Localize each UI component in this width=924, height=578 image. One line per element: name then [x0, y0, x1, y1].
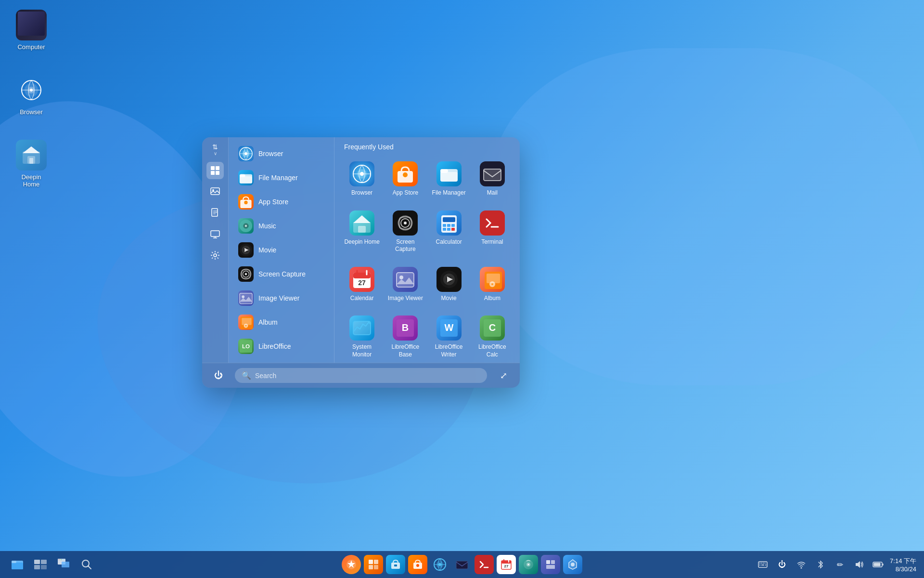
app-list-item-libreoffice[interactable]: LOLibreOffice	[231, 335, 331, 358]
taskbar-dock-app3[interactable]	[408, 555, 427, 574]
taskbar-browser-icon	[433, 558, 447, 571]
svg-text:27: 27	[504, 564, 509, 568]
app-list-item-appstore[interactable]: App Store	[231, 190, 331, 213]
screencapture-list-icon	[238, 266, 254, 282]
taskbar-search[interactable]	[77, 555, 96, 574]
freq-item-calendar[interactable]: 27Calendar	[342, 262, 382, 307]
app-list-item-music[interactable]: Music	[231, 214, 331, 237]
taskbar-dock-app5[interactable]	[563, 555, 582, 574]
taskbar-volume-icon[interactable]	[851, 557, 867, 572]
launcher-icon	[346, 559, 357, 570]
taskbar-mail[interactable]	[452, 555, 472, 574]
volume-svg	[854, 560, 864, 569]
app-list-item-draw[interactable]: Draw	[231, 359, 331, 363]
freq-item-imageviewer[interactable]: Image Viewer	[385, 262, 425, 307]
taskbar-launcher[interactable]	[342, 555, 361, 574]
sidebar-icon-all-apps[interactable]	[206, 162, 224, 179]
taskbar-bluetooth-icon[interactable]	[813, 557, 828, 572]
freq-item-sysmonitor[interactable]: System Monitor	[342, 311, 382, 363]
freq-item-lowriter[interactable]: WLibreOffice Writer	[429, 311, 469, 363]
taskbar-terminal[interactable]	[475, 555, 494, 574]
taskbar-window-icon	[57, 558, 70, 571]
power-button[interactable]: ⏻	[210, 367, 227, 384]
taskbar-network-icon[interactable]	[794, 557, 809, 572]
freq-item-calculator[interactable]: Calculator	[429, 206, 469, 258]
freq-item-screencapture[interactable]: Screen Capture	[385, 206, 425, 258]
taskbar-dock-app4[interactable]	[541, 555, 560, 574]
appstore-list-label: App Store	[258, 198, 288, 206]
dock-app3-icon	[412, 559, 424, 570]
taskbar-time-display[interactable]: 7:14 下午 8/30/24	[890, 557, 916, 573]
calendar-freq-label: Calendar	[350, 295, 374, 302]
svg-rect-166	[551, 560, 555, 564]
screencapture-list-label: Screen Capture	[258, 270, 306, 278]
album-list-icon	[238, 315, 254, 330]
svg-rect-128	[34, 560, 40, 564]
sidebar-icon-settings[interactable]	[206, 247, 224, 264]
app-list-item-screencapture[interactable]: Screen Capture	[231, 263, 331, 286]
search-bar[interactable]: 🔍 Search	[235, 368, 487, 383]
taskbar-battery-icon	[871, 557, 886, 572]
movie-freq-icon	[436, 267, 462, 292]
time-text: 7:14 下午	[890, 557, 916, 565]
taskbar-calendar[interactable]: 27	[497, 555, 516, 574]
taskbar-multitask[interactable]	[31, 555, 50, 574]
sort-button[interactable]: ⇅ ∨	[212, 143, 218, 156]
taskbar-calendar-icon: 27	[500, 559, 512, 570]
svg-rect-99	[484, 214, 501, 232]
svg-rect-106	[397, 273, 414, 287]
app-list-item-album[interactable]: Album	[231, 311, 331, 334]
desktop-icon-browser[interactable]: Browser	[10, 75, 53, 116]
freq-item-localc[interactable]: CLibreOffice Calc	[473, 311, 512, 363]
sidebar-icon-media[interactable]	[206, 183, 224, 200]
freq-item-mail[interactable]: Mail	[473, 157, 512, 202]
taskbar-window-manager[interactable]	[54, 555, 73, 574]
taskbar-keyboard-icon[interactable]	[755, 557, 770, 572]
svg-rect-142	[369, 560, 373, 564]
freq-item-lobase[interactable]: BLibreOffice Base	[385, 311, 425, 363]
app-list-item-browser[interactable]: Browser	[231, 142, 331, 165]
taskbar-power-icon[interactable]: ⏻	[774, 557, 790, 572]
svg-rect-171	[759, 563, 760, 564]
sidebar-icon-monitor[interactable]	[206, 225, 224, 243]
freq-item-browser[interactable]: Browser	[342, 157, 382, 202]
taskbar-dock-app1[interactable]	[364, 555, 383, 574]
taskbar-filemanager[interactable]	[8, 555, 27, 574]
svg-rect-54	[240, 293, 252, 304]
taskbar-music[interactable]	[519, 555, 538, 574]
app-list-item-imageviewer[interactable]: Image Viewer	[231, 287, 331, 310]
album-list-label: Album	[258, 318, 278, 326]
taskbar-dock-app2[interactable]	[386, 555, 405, 574]
svg-point-41	[244, 201, 247, 204]
svg-rect-154	[456, 561, 468, 569]
svg-point-32	[214, 254, 217, 257]
app-list: BrowserFile ManagerApp StoreMusicMovieSc…	[229, 137, 334, 363]
freq-item-deepinhome[interactable]: Deepin Home	[342, 206, 382, 258]
start-menu-body: ⇅ ∨	[202, 137, 520, 363]
svg-text:27: 27	[358, 279, 366, 287]
sidebar-icon-docs[interactable]	[206, 204, 224, 222]
app-list-item-filemanager[interactable]: File Manager	[231, 166, 331, 189]
svg-rect-172	[761, 563, 762, 564]
mail-freq-icon	[480, 161, 505, 186]
freq-item-album[interactable]: Album	[473, 262, 512, 307]
svg-rect-167	[546, 565, 555, 569]
desktop-icon-deepin-home[interactable]: DeepinHome	[10, 140, 53, 188]
freq-item-filemanager[interactable]: File Manager	[429, 157, 469, 202]
svg-rect-22	[216, 171, 219, 175]
appstore-freq-label: App Store	[393, 189, 418, 197]
expand-button[interactable]: ⤢	[495, 367, 512, 384]
taskbar-pen-icon[interactable]: ✏	[832, 557, 847, 572]
taskbar-browser[interactable]	[430, 555, 449, 574]
svg-rect-81	[440, 172, 458, 182]
app-list-item-movie[interactable]: Movie	[231, 238, 331, 262]
screencapture-freq-label: Screen Capture	[387, 238, 423, 253]
search-icon: 🔍	[242, 371, 251, 380]
svg-text:B: B	[402, 322, 409, 333]
svg-marker-85	[353, 215, 371, 223]
music-list-icon	[238, 218, 254, 234]
freq-item-appstore[interactable]: App Store	[385, 157, 425, 202]
freq-item-movie[interactable]: Movie	[429, 262, 469, 307]
freq-item-terminal[interactable]: Terminal	[473, 206, 512, 258]
desktop-icon-computer[interactable]: Computer	[10, 10, 53, 51]
